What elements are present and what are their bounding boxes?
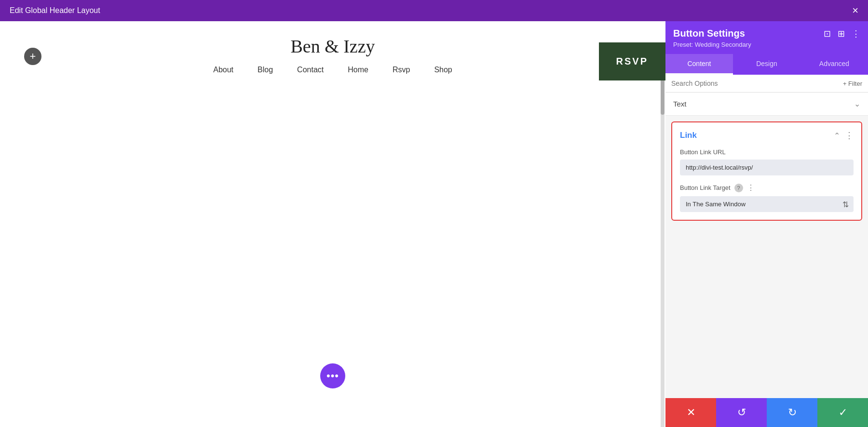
tab-content[interactable]: Content <box>665 54 733 75</box>
site-nav: About Blog Contact Home Rsvp Shop <box>213 66 452 74</box>
nav-item-home[interactable]: Home <box>348 66 368 74</box>
panel-content: Text ⌄ Link ⌃ ⋮ Button Link URL Button L <box>665 93 868 398</box>
top-bar: Edit Global Header Layout × <box>0 0 868 21</box>
panel-header: Button Settings ⊡ ⊞ ⋮ Preset: Wedding Se… <box>665 21 868 54</box>
url-field-label: Button Link URL <box>680 148 854 156</box>
confirm-button[interactable]: ✓ <box>817 398 868 427</box>
page-title: Edit Global Header Layout <box>10 6 100 15</box>
reset-icon: ↺ <box>737 406 746 419</box>
site-preview: + RSVP Ben & Izzy About Blog Contact Hom… <box>0 21 665 427</box>
dots-menu-button[interactable]: ••• <box>320 363 345 388</box>
panel-tabs: Content Design Advanced <box>665 54 868 75</box>
search-bar: + Filter <box>665 75 868 93</box>
text-section[interactable]: Text ⌄ <box>665 93 868 116</box>
panel-header-icons: ⊡ ⊞ ⋮ <box>824 28 860 39</box>
tab-advanced[interactable]: Advanced <box>800 54 868 75</box>
target-label-row: Button Link Target ? ⋮ <box>680 183 854 192</box>
nav-item-shop[interactable]: Shop <box>434 66 452 74</box>
cancel-button[interactable]: ✕ <box>665 398 716 427</box>
target-select-wrapper: In The Same Window In The New Tab ⇅ <box>680 196 854 212</box>
reset-button[interactable]: ↺ <box>716 398 767 427</box>
target-field-label: Button Link Target <box>680 184 731 191</box>
nav-item-about[interactable]: About <box>213 66 233 74</box>
target-more-icon[interactable]: ⋮ <box>747 183 755 192</box>
help-icon[interactable]: ? <box>734 184 743 192</box>
redo-icon: ↻ <box>788 406 797 419</box>
panel-preset[interactable]: Preset: Wedding Secondary <box>673 41 860 48</box>
link-more-icon[interactable]: ⋮ <box>845 130 854 141</box>
panel-title: Button Settings <box>673 28 745 39</box>
panel-more-icon[interactable]: ⋮ <box>852 28 860 39</box>
confirm-icon: ✓ <box>839 406 847 419</box>
site-logo: Ben & Izzy <box>290 36 375 57</box>
dots-icon: ••• <box>326 370 339 382</box>
nav-item-contact[interactable]: Contact <box>297 66 324 74</box>
panel-header-top: Button Settings ⊡ ⊞ ⋮ <box>673 28 860 39</box>
action-bar: ✕ ↺ ↻ ✓ <box>665 398 868 427</box>
nav-item-blog[interactable]: Blog <box>258 66 273 74</box>
panel-columns-icon[interactable]: ⊞ <box>838 28 845 39</box>
settings-panel: Button Settings ⊡ ⊞ ⋮ Preset: Wedding Se… <box>665 21 868 427</box>
text-section-label: Text <box>673 100 687 108</box>
search-input[interactable] <box>671 80 843 87</box>
site-header: Ben & Izzy About Blog Contact Home Rsvp … <box>0 21 665 84</box>
link-section: Link ⌃ ⋮ Button Link URL Button Link Tar… <box>671 121 862 221</box>
link-section-header: Link ⌃ ⋮ <box>680 130 854 141</box>
add-element-button[interactable]: + <box>24 48 41 65</box>
panel-expand-icon[interactable]: ⊡ <box>824 28 831 39</box>
link-section-title: Link <box>680 131 697 140</box>
link-header-right: ⌃ ⋮ <box>834 130 854 141</box>
target-select[interactable]: In The Same Window In The New Tab <box>680 196 854 212</box>
chevron-up-icon[interactable]: ⌃ <box>834 131 840 140</box>
url-input[interactable] <box>680 160 854 175</box>
canvas-area: + RSVP Ben & Izzy About Blog Contact Hom… <box>0 21 868 427</box>
rsvp-preview-button[interactable]: RSVP <box>599 42 665 80</box>
cancel-icon: ✕ <box>687 406 695 419</box>
tab-design[interactable]: Design <box>733 54 800 75</box>
chevron-down-icon: ⌄ <box>854 99 860 108</box>
redo-button[interactable]: ↻ <box>767 398 817 427</box>
close-button[interactable]: × <box>852 5 858 16</box>
scroll-track <box>661 42 665 427</box>
filter-button[interactable]: + Filter <box>843 80 862 87</box>
nav-item-rsvp[interactable]: Rsvp <box>393 66 410 74</box>
